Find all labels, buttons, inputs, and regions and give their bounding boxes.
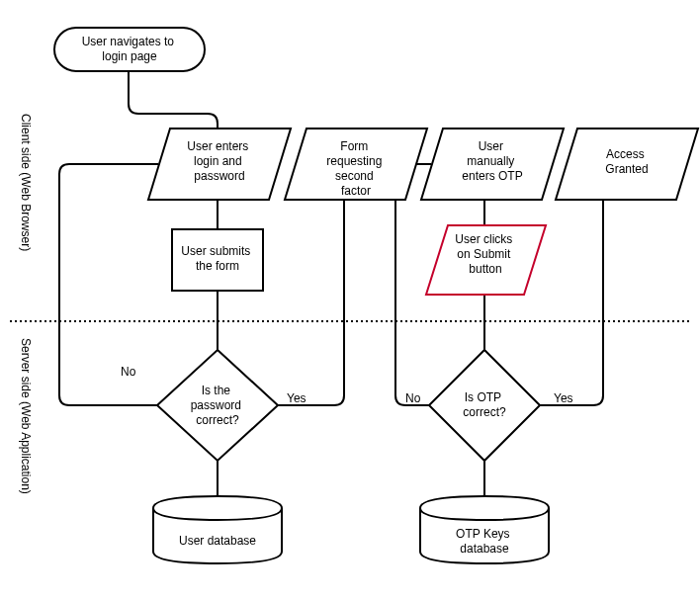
node-start: User navigates to login page <box>54 28 205 71</box>
svg-text:Access
      Granted: Access Granted <box>605 147 648 176</box>
node-click-submit: User clicks on Submit button <box>426 225 546 295</box>
edge-otp-yes <box>536 198 603 405</box>
node-pwd-correct: Is the password correct? <box>157 350 278 461</box>
swimlane-client-label: Client side (Web Browser) <box>19 114 33 251</box>
edge-label-yes1: Yes <box>287 391 306 405</box>
node-form-second: Form requesting second factor <box>285 129 427 200</box>
edge-label-no1: No <box>121 365 136 379</box>
svg-text:User enters
      login and
  : User enters login and password <box>187 139 251 183</box>
edge-pwd-yes <box>274 198 344 405</box>
svg-text:User database: User database <box>179 534 256 548</box>
node-otp-correct: Is OTP correct? <box>429 350 540 461</box>
node-submit-form: User submits the form <box>172 229 263 291</box>
node-enter-otp: User manually enters OTP <box>421 129 564 200</box>
edge-pwd-no <box>59 164 161 405</box>
edge-label-yes2: Yes <box>554 391 573 405</box>
node-access-granted: Access Granted <box>556 129 698 200</box>
node-otp-db: OTP Keys database <box>420 496 549 563</box>
edge-label-no2: No <box>405 391 421 405</box>
swimlane-server-label: Server side (Web Application) <box>19 338 33 494</box>
svg-text:OTP Keys
      database: OTP Keys database <box>456 527 513 556</box>
node-user-db: User database <box>153 496 282 563</box>
svg-text:Is OTP
      correct?: Is OTP correct? <box>463 390 506 419</box>
node-enter-login: User enters login and password <box>148 129 291 200</box>
